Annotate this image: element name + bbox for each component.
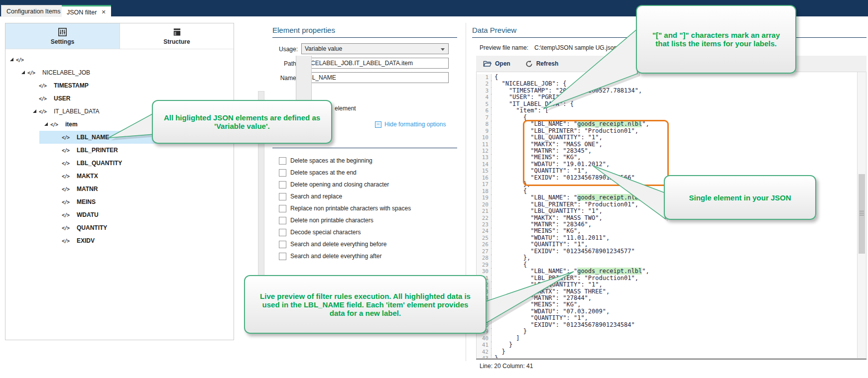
formatting-option-row: Decode special characters xyxy=(279,226,411,238)
code-line: 38 "EXIDV": "012345678901234584" xyxy=(477,322,649,328)
checkbox-unchecked[interactable] xyxy=(279,157,286,165)
tree-expander-icon[interactable] xyxy=(20,69,27,76)
structure-icon xyxy=(172,27,182,37)
tab-structure[interactable]: Structure xyxy=(120,23,234,49)
checkbox-unchecked[interactable] xyxy=(279,229,286,236)
tab-settings[interactable]: Settings xyxy=(5,23,120,49)
tree-node-label: MAKTX xyxy=(77,173,98,180)
tree-node-MAKTX[interactable]: </>MAKTX xyxy=(6,170,233,183)
tree-expander-icon[interactable] xyxy=(43,121,50,128)
code-element-icon: </> xyxy=(50,122,63,127)
code-element-icon: </> xyxy=(39,109,52,114)
tab-configuration-items[interactable]: Configuration Items xyxy=(1,5,66,17)
tab-json-filter-label: JSON filter xyxy=(67,9,97,16)
checkbox-unchecked[interactable] xyxy=(279,193,286,200)
code-text: "LBL_NAME": "goods_receipt.nlbl", xyxy=(492,121,649,127)
tree-expander-spacer xyxy=(55,147,62,154)
checkbox-unchecked[interactable] xyxy=(279,181,286,189)
code-text: "MATNR": "27844", xyxy=(492,295,592,301)
line-number: 18 xyxy=(477,188,492,194)
code-element-icon: </> xyxy=(62,225,75,231)
checkbox-unchecked[interactable] xyxy=(279,253,286,260)
code-line: 37 "QUANTITY": "1", xyxy=(477,315,649,321)
checkbox-unchecked[interactable] xyxy=(279,217,286,224)
code-line: 42 } xyxy=(477,349,649,355)
open-button-label: Open xyxy=(495,60,510,67)
tree-indent xyxy=(6,124,43,125)
editor-status-bar: Line: 20 Column: 41 xyxy=(476,359,867,372)
code-text: } xyxy=(492,342,512,348)
code-line: 16 "EXIDV": "012345678901234566" xyxy=(477,175,649,181)
json-structure-panel: Settings Structure </></>NICELABEL_JOB</… xyxy=(5,23,234,340)
open-button[interactable]: Open xyxy=(483,60,510,67)
code-text: "LBL_PRINTER": "Production01", xyxy=(492,275,638,282)
line-number: 29 xyxy=(477,262,492,268)
tree-expander-icon[interactable] xyxy=(9,56,16,63)
code-text: "WDATU": "11.01.2011", xyxy=(492,235,610,241)
code-scrollbar-thumb[interactable] xyxy=(859,174,865,254)
tree-node-MEINS[interactable]: </>MEINS xyxy=(6,195,233,208)
tree-indent xyxy=(6,215,55,215)
code-line: 20 "LBL_PRINTER": "Production01", xyxy=(477,201,649,208)
code-text: "LBL_NAME": "goods_receipt.nlbl", xyxy=(492,268,649,275)
tree-expander-icon[interactable] xyxy=(32,108,39,115)
close-icon[interactable]: ✕ xyxy=(101,9,106,15)
name-input[interactable]: LBL_NAME xyxy=(301,72,449,83)
formatting-option-row: Search and delete everything after xyxy=(279,250,411,262)
formatting-option-label: Search and delete everything before xyxy=(290,241,386,248)
formatting-options-list: Delete spaces at the beginningDelete spa… xyxy=(279,155,411,262)
tree-node-root[interactable]: </> xyxy=(6,53,233,66)
formatting-option-label: Delete spaces at the end xyxy=(290,169,357,176)
hide-formatting-options-link[interactable]: − Hide formatting options xyxy=(375,121,446,128)
line-number: 41 xyxy=(477,342,492,348)
tab-json-filter[interactable]: JSON filter ✕ xyxy=(62,5,111,18)
tree-node-QUANTITY[interactable]: </>QUANTITY xyxy=(6,221,233,234)
refresh-button[interactable]: Refresh xyxy=(525,60,559,68)
path-input[interactable]: NICELABEL_JOB.IT_LABEL_DATA.item xyxy=(301,58,449,69)
formatting-option-label: Search and replace xyxy=(290,193,342,200)
usage-select[interactable]: Variable value xyxy=(301,43,449,54)
code-element-icon: </> xyxy=(62,148,75,153)
code-line: 33 "MAKTX": "MASS THREE", xyxy=(477,288,649,295)
tree-node-NICELABEL_JOB[interactable]: </>NICELABEL_JOB xyxy=(6,66,233,79)
formatting-option-row: Delete spaces at the end xyxy=(279,167,411,179)
code-text: "QUANTITY": "1", xyxy=(492,315,588,321)
line-number: 23 xyxy=(477,221,492,228)
code-text: "item": [ xyxy=(492,107,548,114)
tree-node-label: WDATU xyxy=(77,211,99,218)
tree-node-EXIDV[interactable]: </>EXIDV xyxy=(6,234,233,247)
line-number: 7 xyxy=(477,114,492,121)
code-line: 2 "NICELABEL_JOB": { xyxy=(477,81,649,87)
array-note-text: "[" and "]" characters mark an array tha… xyxy=(646,31,786,48)
tree-node-label: LBL_PRINTER xyxy=(77,147,118,154)
code-line: 43} xyxy=(477,355,649,359)
checkbox-unchecked[interactable] xyxy=(279,169,286,177)
code-line: 3 "TIMESTAMP": "20120221100527.788134", xyxy=(477,88,649,94)
tree-node-MATNR[interactable]: </>MATNR xyxy=(6,183,233,195)
code-line: 26 "QUANTITY": "1", xyxy=(477,241,649,248)
tree-node-label: USER xyxy=(54,95,70,102)
code-text: "LBL_QUANTITY": "1", xyxy=(492,134,603,141)
line-number: 43 xyxy=(477,355,492,359)
tree-indent xyxy=(6,202,55,202)
line-number: 6 xyxy=(477,107,492,114)
code-line: 28 }, xyxy=(477,255,649,261)
tree-node-LBL_QUANTITY[interactable]: </>LBL_QUANTITY xyxy=(6,157,233,170)
code-text: "MAKTX": "MASS ONE", xyxy=(492,141,603,148)
variable-note-callout: All higlighted JSON elements are defined… xyxy=(152,100,332,144)
tree-expander-spacer xyxy=(55,198,62,205)
tree-node-LBL_PRINTER[interactable]: </>LBL_PRINTER xyxy=(6,144,233,157)
line-number: 2 xyxy=(477,81,492,87)
path-label: Path: xyxy=(269,60,298,67)
code-text: "LBL_PRINTER": "Production01", xyxy=(492,201,638,208)
code-text: { xyxy=(492,114,527,121)
code-scrollbar[interactable] xyxy=(857,72,866,358)
tree-node-TIMESTAMP[interactable]: </>TIMESTAMP xyxy=(6,79,233,92)
preview-file-value: C:\temp\JSON sample UG.json xyxy=(534,44,617,51)
checkbox-unchecked[interactable] xyxy=(279,241,286,248)
code-element-icon: </> xyxy=(16,57,29,63)
tree-indent xyxy=(6,150,55,151)
tree-node-label: item xyxy=(65,121,78,128)
checkbox-unchecked[interactable] xyxy=(279,205,286,212)
tree-node-WDATU[interactable]: </>WDATU xyxy=(6,208,233,221)
